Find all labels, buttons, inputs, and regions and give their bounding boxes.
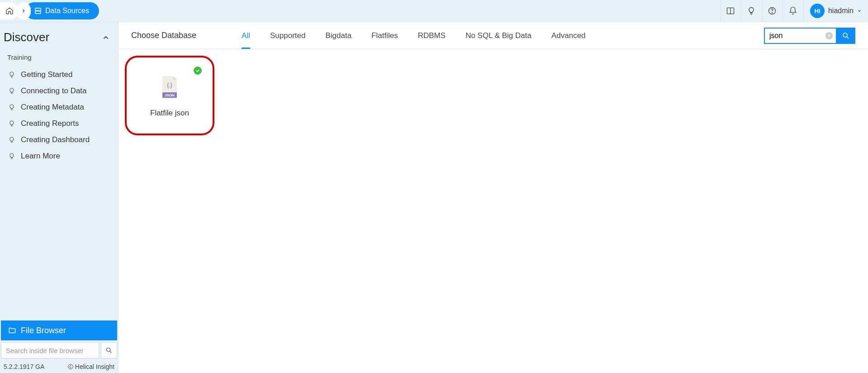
- verified-badge: [194, 67, 202, 75]
- file-browser-label: File Browser: [21, 326, 66, 335]
- lightbulb-icon: [8, 87, 15, 95]
- hint-button[interactable]: [741, 0, 762, 22]
- lightbulb-icon: [8, 120, 15, 127]
- svg-point-8: [68, 364, 73, 369]
- svg-text:JSON: JSON: [165, 93, 175, 97]
- sidebar-search-button[interactable]: [101, 342, 117, 359]
- breadcrumb-next-button[interactable]: [16, 2, 31, 19]
- lightbulb-icon: [8, 153, 15, 160]
- user-menu-button[interactable]: HI hiadmin: [803, 0, 868, 22]
- svg-text:{;}: {;}: [167, 82, 172, 88]
- sidebar-item-training[interactable]: Connecting to Data: [4, 83, 114, 99]
- user-name: hiadmin: [828, 7, 854, 15]
- svg-point-5: [772, 13, 773, 13]
- copyright-icon: [67, 363, 74, 370]
- database-search-button[interactable]: [836, 28, 855, 44]
- sidebar-item-training[interactable]: Creating Metadata: [4, 99, 114, 115]
- breadcrumb-label: Data Sources: [45, 7, 89, 15]
- svg-point-6: [107, 348, 110, 352]
- sidebar-item-training[interactable]: Getting Started: [4, 67, 114, 83]
- svg-rect-1: [35, 11, 41, 14]
- svg-line-7: [110, 351, 111, 353]
- chevron-up-icon: [102, 33, 110, 42]
- json-file-icon: {;}JSON: [161, 76, 179, 99]
- version-label: 5.2.2.1917 GA: [4, 363, 44, 370]
- clear-search-button[interactable]: [825, 32, 833, 39]
- sidebar-item-label: Creating Dashboard: [21, 135, 90, 144]
- avatar: HI: [810, 4, 825, 18]
- tab-filter[interactable]: Advanced: [551, 23, 586, 48]
- chevron-right-icon: [21, 8, 26, 14]
- chevron-down-icon: [857, 9, 862, 13]
- discover-title: Discover: [4, 30, 49, 44]
- card-label: Flatfile json: [150, 109, 189, 118]
- sidebar: Discover Training Getting StartedConnect…: [0, 22, 119, 373]
- datasource-card[interactable]: {;}JSONFlatfile json: [125, 56, 214, 135]
- bell-icon: [788, 6, 797, 15]
- panel-toggle-button[interactable]: [720, 0, 741, 22]
- check-icon: [195, 68, 200, 73]
- tab-filter[interactable]: Supported: [270, 23, 305, 48]
- datasource-icon: [34, 7, 42, 14]
- help-icon: [768, 6, 777, 15]
- search-icon: [105, 347, 113, 354]
- sidebar-item-training[interactable]: Creating Reports: [4, 115, 114, 132]
- svg-point-9: [843, 33, 847, 37]
- lightbulb-icon: [8, 104, 15, 111]
- lightbulb-icon: [8, 71, 15, 78]
- tab-filter[interactable]: Flatfiles: [371, 23, 398, 48]
- svg-rect-0: [35, 8, 41, 10]
- breadcrumb-data-sources[interactable]: Data Sources: [25, 2, 99, 19]
- tab-filter[interactable]: No SQL & Big Data: [465, 23, 531, 48]
- content-area: Choose Database AllSupportedBigdataFlatf…: [119, 22, 868, 373]
- close-icon: [827, 34, 831, 38]
- notifications-button[interactable]: [783, 0, 803, 22]
- lightbulb-icon: [747, 6, 756, 15]
- sidebar-item-training[interactable]: Learn More: [4, 148, 114, 164]
- tab-filter[interactable]: Bigdata: [325, 23, 351, 48]
- sidebar-item-label: Learn More: [21, 152, 60, 161]
- company-label: Helical Insight: [67, 363, 114, 370]
- svg-line-10: [847, 37, 849, 38]
- search-icon: [842, 32, 850, 40]
- tab-filter[interactable]: All: [242, 23, 250, 48]
- lightbulb-icon: [8, 136, 15, 143]
- sidebar-item-label: Connecting to Data: [21, 86, 87, 96]
- help-button[interactable]: [762, 0, 783, 22]
- file-browser-button[interactable]: File Browser: [1, 320, 117, 340]
- sidebar-item-label: Getting Started: [21, 70, 72, 79]
- sidebar-search-input[interactable]: [1, 342, 99, 359]
- sidebar-item-label: Creating Reports: [21, 119, 79, 128]
- home-icon: [5, 7, 14, 15]
- sidebar-item-training[interactable]: Creating Dashboard: [4, 132, 114, 148]
- folder-icon: [8, 326, 16, 335]
- discover-collapse-button[interactable]: [102, 33, 110, 42]
- panel-icon: [726, 6, 735, 15]
- tab-filter[interactable]: RDBMS: [418, 23, 446, 48]
- sidebar-item-label: Creating Metadata: [21, 103, 84, 112]
- choose-database-label: Choose Database: [131, 31, 196, 40]
- training-section-label: Training: [0, 50, 118, 67]
